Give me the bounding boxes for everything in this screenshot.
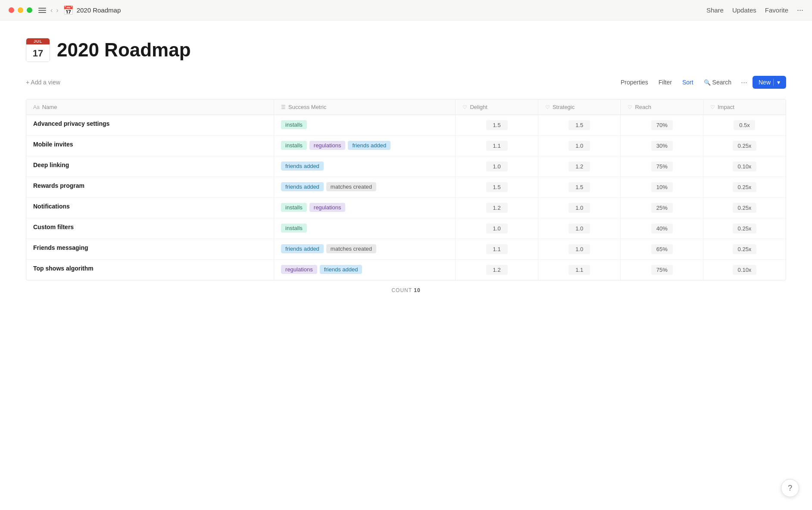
toolbar: + Add a view Properties Filter Sort 🔍 Se… bbox=[26, 76, 786, 92]
cell-metric: friends added bbox=[274, 156, 456, 177]
cell-name: Top shows algorithm bbox=[26, 260, 274, 280]
titlebar-page-title: 2020 Roadmap bbox=[77, 6, 121, 14]
row-title: Deep linking bbox=[33, 162, 69, 168]
table-row[interactable]: Mobile invitesinstallsregulationsfriends… bbox=[26, 136, 786, 156]
row-title: Advanced privacy settings bbox=[33, 120, 109, 127]
tag-regulations[interactable]: regulations bbox=[309, 203, 346, 212]
tag-installs[interactable]: installs bbox=[281, 120, 307, 129]
cell-reach: 25% bbox=[621, 198, 703, 218]
cell-metric: friends addedmatches created bbox=[274, 177, 456, 198]
sort-button[interactable]: Sort bbox=[678, 76, 698, 88]
nav-arrows: ‹ › bbox=[50, 6, 59, 14]
back-button[interactable]: ‹ bbox=[50, 6, 53, 14]
reach-value: 10% bbox=[651, 182, 673, 192]
strategic-value: 1.0 bbox=[568, 141, 590, 151]
cell-reach: 30% bbox=[621, 136, 703, 156]
cell-impact: 0.10x bbox=[703, 156, 786, 177]
cell-impact: 0.5x bbox=[703, 115, 786, 136]
cell-delight: 1.1 bbox=[456, 136, 538, 156]
close-button[interactable] bbox=[9, 7, 14, 13]
cell-reach: 75% bbox=[621, 260, 703, 280]
cell-reach: 65% bbox=[621, 239, 703, 260]
cell-impact: 0.25x bbox=[703, 177, 786, 198]
count-value: 10 bbox=[414, 287, 420, 293]
cell-strategic: 1.5 bbox=[538, 115, 621, 136]
forward-button[interactable]: › bbox=[56, 6, 58, 14]
more-button[interactable]: ··· bbox=[737, 76, 751, 89]
col-header-impact: ♡ Impact bbox=[703, 100, 786, 115]
more-options-icon[interactable]: ··· bbox=[797, 6, 803, 15]
strategic-value: 1.1 bbox=[568, 265, 590, 275]
tag-installs[interactable]: installs bbox=[281, 141, 307, 150]
impact-value: 0.25x bbox=[733, 244, 757, 254]
table-row[interactable]: Friends messagingfriends addedmatches cr… bbox=[26, 239, 786, 260]
heart-strategic-icon: ♡ bbox=[545, 104, 550, 110]
row-title: Top shows algorithm bbox=[33, 265, 94, 272]
main-content: JUL 17 2020 Roadmap + Add a view Propert… bbox=[0, 21, 812, 326]
menu-icon[interactable] bbox=[38, 6, 46, 14]
cell-strategic: 1.0 bbox=[538, 239, 621, 260]
cell-name: Friends messaging bbox=[26, 239, 274, 260]
table-row[interactable]: Notificationsinstallsregulations1.21.025… bbox=[26, 198, 786, 218]
delight-value: 1.1 bbox=[486, 244, 508, 254]
tag-installs[interactable]: installs bbox=[281, 203, 307, 212]
reach-value: 30% bbox=[651, 141, 673, 151]
tag-friends[interactable]: friends added bbox=[281, 182, 324, 191]
new-dropdown-icon[interactable]: ▾ bbox=[773, 79, 780, 86]
table-row[interactable]: Rewards programfriends addedmatches crea… bbox=[26, 177, 786, 198]
new-button[interactable]: New ▾ bbox=[753, 76, 786, 89]
calendar-icon: JUL 17 bbox=[26, 38, 50, 62]
tag-regulations[interactable]: regulations bbox=[281, 265, 317, 274]
reach-value: 65% bbox=[651, 244, 673, 254]
reach-value: 75% bbox=[651, 162, 673, 171]
col-header-strategic: ♡ Strategic bbox=[538, 100, 621, 115]
reach-value: 25% bbox=[651, 203, 673, 213]
cell-delight: 1.5 bbox=[456, 177, 538, 198]
row-title: Friends messaging bbox=[33, 244, 88, 251]
updates-button[interactable]: Updates bbox=[732, 6, 756, 14]
calendar-month: JUL bbox=[26, 38, 50, 44]
delight-value: 1.0 bbox=[486, 162, 508, 171]
page-icon: 📅 bbox=[63, 5, 73, 16]
cell-metric: installs bbox=[274, 115, 456, 136]
cell-strategic: 1.0 bbox=[538, 218, 621, 239]
tag-friends[interactable]: friends added bbox=[320, 265, 362, 274]
table-row[interactable]: Top shows algorithmregulationsfriends ad… bbox=[26, 260, 786, 280]
page-title: 2020 Roadmap bbox=[57, 39, 191, 61]
tag-regulations[interactable]: regulations bbox=[309, 141, 346, 150]
cell-strategic: 1.0 bbox=[538, 198, 621, 218]
tag-matches[interactable]: matches created bbox=[326, 244, 376, 253]
list-icon: ☰ bbox=[281, 104, 286, 110]
tag-friends[interactable]: friends added bbox=[281, 244, 324, 253]
impact-value: 0.10x bbox=[733, 162, 757, 171]
share-button[interactable]: Share bbox=[706, 6, 724, 14]
minimize-button[interactable] bbox=[18, 7, 23, 13]
tag-installs[interactable]: installs bbox=[281, 224, 307, 233]
traffic-lights bbox=[9, 7, 32, 13]
page-heading: JUL 17 2020 Roadmap bbox=[26, 38, 786, 62]
table-row[interactable]: Advanced privacy settingsinstalls1.51.57… bbox=[26, 115, 786, 136]
add-view-button[interactable]: + Add a view bbox=[26, 79, 60, 86]
filter-button[interactable]: Filter bbox=[654, 76, 676, 88]
table-row[interactable]: Custom filtersinstalls1.01.040%0.25x bbox=[26, 218, 786, 239]
cell-impact: 0.25x bbox=[703, 136, 786, 156]
row-title: Custom filters bbox=[33, 224, 74, 230]
title-bar: ‹ › 📅 2020 Roadmap Share Updates Favorit… bbox=[0, 0, 812, 21]
maximize-button[interactable] bbox=[27, 7, 32, 13]
table-row[interactable]: Deep linkingfriends added1.01.275%0.10x bbox=[26, 156, 786, 177]
search-button[interactable]: 🔍 Search bbox=[700, 76, 736, 88]
col-header-reach: ♡ Reach bbox=[621, 100, 703, 115]
cell-name: Advanced privacy settings bbox=[26, 115, 274, 136]
text-icon: Aa bbox=[33, 104, 40, 110]
tag-friends[interactable]: friends added bbox=[281, 162, 324, 171]
reach-value: 70% bbox=[651, 120, 673, 130]
cell-delight: 1.0 bbox=[456, 156, 538, 177]
properties-button[interactable]: Properties bbox=[616, 76, 653, 88]
cell-impact: 0.25x bbox=[703, 218, 786, 239]
delight-value: 1.0 bbox=[486, 224, 508, 233]
favorite-button[interactable]: Favorite bbox=[765, 6, 788, 14]
col-header-delight: ♡ Delight bbox=[456, 100, 538, 115]
tag-matches[interactable]: matches created bbox=[326, 182, 376, 191]
cell-name: Notifications bbox=[26, 198, 274, 218]
tag-friends[interactable]: friends added bbox=[348, 141, 390, 150]
